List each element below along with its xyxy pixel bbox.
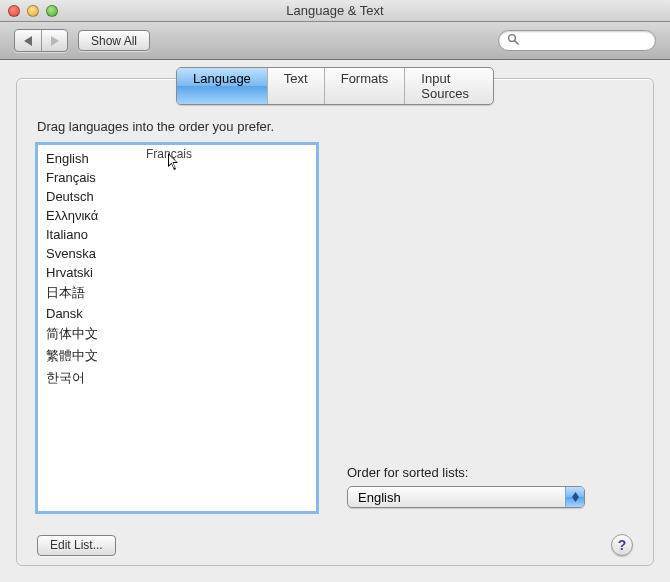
list-item[interactable]: 繁體中文: [46, 345, 308, 367]
svg-line-1: [515, 41, 518, 44]
minimize-button[interactable]: [27, 5, 39, 17]
triangle-left-icon: [24, 36, 33, 46]
language-list[interactable]: English Français Deutsch Ελληνικά Italia…: [37, 144, 317, 512]
help-button[interactable]: ?: [611, 534, 633, 556]
content-area: Language Text Formats Input Sources Drag…: [0, 60, 670, 582]
list-item[interactable]: Italiano: [46, 225, 308, 244]
search-field[interactable]: [498, 30, 656, 51]
show-all-button[interactable]: Show All: [78, 30, 150, 51]
list-item[interactable]: Svenska: [46, 244, 308, 263]
titlebar: Language & Text: [0, 0, 670, 22]
nav-segmented: [14, 29, 68, 52]
right-column: Order for sorted lists: English: [347, 144, 633, 512]
tab-text[interactable]: Text: [267, 68, 324, 104]
traffic-lights: [0, 5, 58, 17]
zoom-button[interactable]: [46, 5, 58, 17]
list-item[interactable]: Hrvatski: [46, 263, 308, 282]
tabs: Language Text Formats Input Sources: [176, 67, 494, 105]
window-title: Language & Text: [0, 3, 670, 18]
toolbar: Show All: [0, 22, 670, 60]
stepper-arrows-icon: [565, 487, 584, 507]
tab-formats[interactable]: Formats: [324, 68, 405, 104]
search-icon: [507, 33, 519, 48]
list-item[interactable]: 한국어: [46, 367, 308, 389]
tab-language[interactable]: Language: [177, 68, 267, 104]
sort-order-popup[interactable]: English: [347, 486, 585, 508]
list-item[interactable]: 日本語: [46, 282, 308, 304]
list-item[interactable]: Dansk: [46, 304, 308, 323]
sort-label: Order for sorted lists:: [347, 465, 633, 480]
list-item[interactable]: 简体中文: [46, 323, 308, 345]
tab-input-sources[interactable]: Input Sources: [404, 68, 493, 104]
drag-ghost-label: Français: [146, 147, 192, 161]
forward-button[interactable]: [41, 30, 67, 51]
instruction-text: Drag languages into the order you prefer…: [37, 119, 633, 134]
help-icon: ?: [618, 537, 627, 553]
list-item[interactable]: Français: [46, 168, 308, 187]
triangle-right-icon: [50, 36, 59, 46]
panel: Language Text Formats Input Sources Drag…: [16, 78, 654, 566]
close-button[interactable]: [8, 5, 20, 17]
search-input[interactable]: [523, 33, 647, 49]
list-item[interactable]: Deutsch: [46, 187, 308, 206]
list-item[interactable]: Ελληνικά: [46, 206, 308, 225]
edit-list-button[interactable]: Edit List...: [37, 535, 116, 556]
sort-order-value: English: [358, 490, 565, 505]
back-button[interactable]: [15, 30, 41, 51]
